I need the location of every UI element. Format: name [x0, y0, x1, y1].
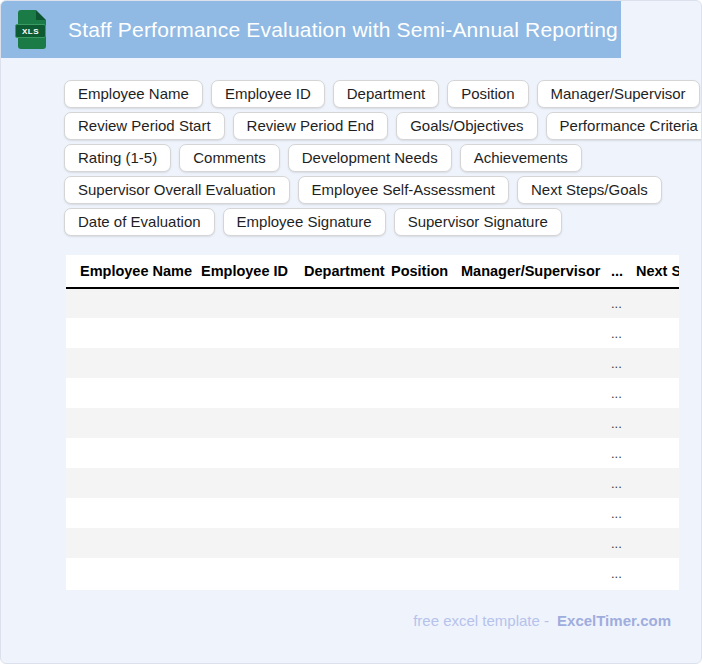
empty-cell: [304, 438, 391, 468]
empty-cell: [391, 438, 461, 468]
empty-cell: [636, 498, 679, 528]
field-chip: Performance Criteria: [546, 112, 702, 140]
empty-cell: [304, 408, 391, 438]
empty-cell: [201, 318, 304, 348]
field-chip: Comments: [179, 144, 280, 172]
empty-cell: [391, 468, 461, 498]
table-row: ...: [66, 438, 679, 468]
xls-file-icon: XLS: [18, 10, 46, 49]
field-chip: Manager/Supervisor: [537, 80, 700, 108]
empty-cell: [66, 528, 201, 558]
column-header: Employee Name: [66, 255, 201, 288]
ellipsis-cell: ...: [611, 498, 636, 528]
empty-cell: [391, 288, 461, 318]
preview-table-container: Employee NameEmployee IDDepartmentPositi…: [66, 255, 679, 590]
page-title: Staff Performance Evaluation with Semi-A…: [68, 18, 618, 42]
footer-brand-link[interactable]: ExcelTimer.com: [557, 612, 671, 629]
empty-cell: [391, 348, 461, 378]
table-row: ...: [66, 288, 679, 318]
empty-cell: [66, 498, 201, 528]
empty-cell: [636, 528, 679, 558]
page: XLS Staff Performance Evaluation with Se…: [0, 0, 702, 664]
table-row: ...: [66, 348, 679, 378]
empty-cell: [304, 318, 391, 348]
empty-cell: [66, 318, 201, 348]
chip-row: Supervisor Overall EvaluationEmployee Se…: [64, 176, 701, 204]
empty-cell: [201, 288, 304, 318]
table-row: ...: [66, 558, 679, 588]
table-body: ..............................: [66, 288, 679, 588]
ellipsis-cell: ...: [611, 438, 636, 468]
field-chip: Employee Name: [64, 80, 203, 108]
field-chip: Rating (1-5): [64, 144, 171, 172]
file-fold-icon: [36, 10, 46, 20]
empty-cell: [636, 468, 679, 498]
empty-cell: [461, 318, 611, 348]
ellipsis-cell: ...: [611, 348, 636, 378]
empty-cell: [391, 408, 461, 438]
field-chip: Goals/Objectives: [396, 112, 537, 140]
footer: free excel template -ExcelTimer.com: [1, 612, 701, 629]
empty-cell: [66, 438, 201, 468]
empty-cell: [636, 318, 679, 348]
column-header: Employee ID: [201, 255, 304, 288]
footer-text: free excel template -: [413, 612, 549, 629]
table-row: ...: [66, 528, 679, 558]
column-header: Position: [391, 255, 461, 288]
empty-cell: [461, 408, 611, 438]
empty-cell: [304, 558, 391, 588]
empty-cell: [201, 378, 304, 408]
column-header: Department: [304, 255, 391, 288]
empty-cell: [636, 438, 679, 468]
empty-cell: [461, 378, 611, 408]
empty-cell: [636, 348, 679, 378]
field-chip: Date of Evaluation: [64, 208, 215, 236]
empty-cell: [461, 498, 611, 528]
empty-cell: [201, 558, 304, 588]
field-chip: Development Needs: [288, 144, 452, 172]
empty-cell: [201, 408, 304, 438]
empty-cell: [636, 288, 679, 318]
header-bar: XLS Staff Performance Evaluation with Se…: [1, 1, 621, 58]
empty-cell: [461, 468, 611, 498]
empty-cell: [304, 378, 391, 408]
field-chip: Employee ID: [211, 80, 325, 108]
field-chip: Department: [333, 80, 439, 108]
empty-cell: [461, 348, 611, 378]
xls-icon-label: XLS: [15, 24, 46, 38]
ellipsis-cell: ...: [611, 318, 636, 348]
table-row: ...: [66, 468, 679, 498]
empty-cell: [391, 498, 461, 528]
empty-cell: [66, 408, 201, 438]
ellipsis-cell: ...: [611, 558, 636, 588]
ellipsis-cell: ...: [611, 288, 636, 318]
empty-cell: [304, 498, 391, 528]
table-header-row: Employee NameEmployee IDDepartmentPositi…: [66, 255, 679, 288]
empty-cell: [461, 528, 611, 558]
chip-row: Rating (1-5)CommentsDevelopment NeedsAch…: [64, 144, 701, 172]
table-row: ...: [66, 378, 679, 408]
ellipsis-cell: ...: [611, 528, 636, 558]
empty-cell: [201, 468, 304, 498]
column-header: Manager/Supervisor: [461, 255, 611, 288]
ellipsis-cell: ...: [611, 468, 636, 498]
field-chip: Employee Self-Assessment: [298, 176, 509, 204]
field-chip-list: Employee NameEmployee IDDepartmentPositi…: [64, 80, 701, 236]
field-chip: Review Period Start: [64, 112, 225, 140]
chip-row: Date of EvaluationEmployee SignatureSupe…: [64, 208, 701, 236]
empty-cell: [391, 378, 461, 408]
field-chip: Next Steps/Goals: [517, 176, 662, 204]
empty-cell: [201, 498, 304, 528]
empty-cell: [391, 528, 461, 558]
empty-cell: [66, 558, 201, 588]
chip-row: Review Period StartReview Period EndGoal…: [64, 112, 701, 140]
empty-cell: [66, 468, 201, 498]
empty-cell: [66, 378, 201, 408]
table-row: ...: [66, 408, 679, 438]
empty-cell: [461, 558, 611, 588]
ellipsis-cell: ...: [611, 408, 636, 438]
empty-cell: [461, 438, 611, 468]
empty-cell: [391, 558, 461, 588]
field-chip: Supervisor Signature: [394, 208, 562, 236]
field-chip: Employee Signature: [223, 208, 386, 236]
